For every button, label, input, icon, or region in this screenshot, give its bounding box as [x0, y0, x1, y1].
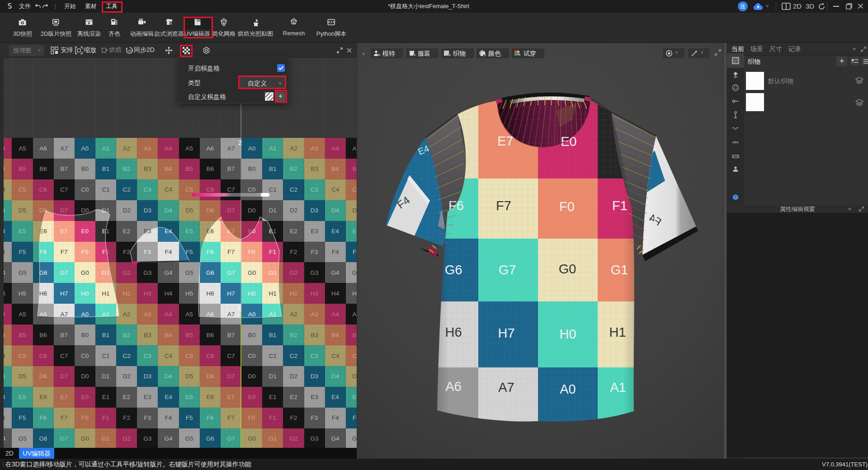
svg-text:2: 2 [238, 139, 242, 146]
svg-text:A6: A6 [445, 379, 461, 394]
svg-text:G0: G0 [559, 262, 576, 276]
svg-text:1: 1 [237, 304, 241, 311]
svg-text:E7: E7 [497, 134, 513, 148]
svg-text:F7: F7 [496, 198, 511, 213]
svg-text:E0: E0 [561, 134, 576, 149]
svg-text:G7: G7 [499, 263, 516, 277]
svg-text:A0: A0 [560, 382, 576, 396]
svg-text:G6: G6 [445, 263, 462, 277]
svg-text:H1: H1 [609, 325, 626, 339]
svg-text:A7: A7 [498, 380, 514, 395]
svg-text:F0: F0 [559, 199, 575, 214]
svg-text:H7: H7 [498, 326, 514, 340]
svg-text:2D: 2D [128, 49, 132, 52]
svg-text:G1: G1 [611, 263, 628, 277]
svg-text:H6: H6 [445, 325, 462, 339]
svg-text:F1: F1 [612, 198, 627, 213]
svg-text:H0: H0 [559, 327, 576, 341]
svg-text:A1: A1 [610, 380, 626, 395]
